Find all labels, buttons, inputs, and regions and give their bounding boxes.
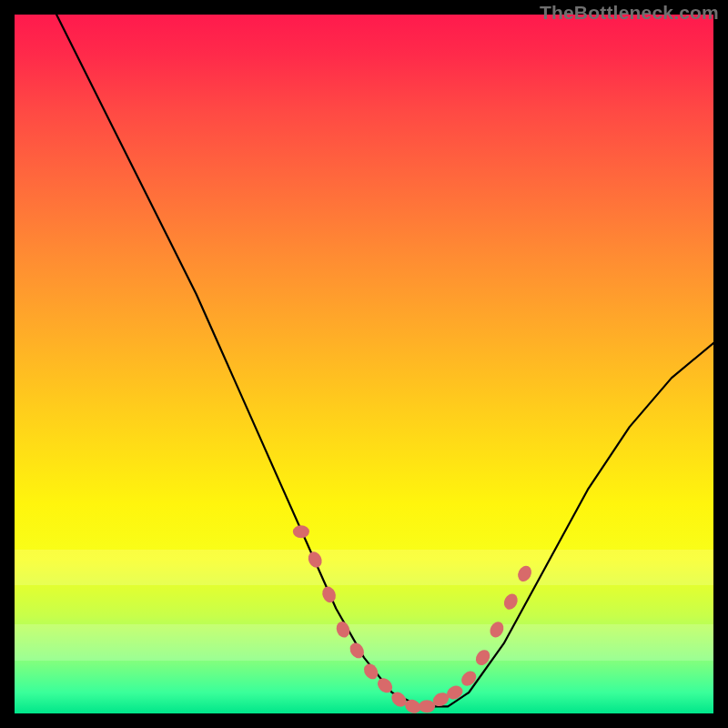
highlight-dot bbox=[361, 662, 381, 682]
highlight-dot bbox=[320, 584, 339, 604]
bottleneck-curve-path bbox=[56, 15, 713, 706]
highlight-dot bbox=[459, 668, 480, 689]
highlight-dot bbox=[334, 620, 352, 640]
chart-svg bbox=[15, 15, 713, 713]
chart-frame: TheBottleneck.com bbox=[0, 0, 728, 728]
highlight-dots-group bbox=[293, 525, 534, 713]
highlight-dot bbox=[501, 592, 521, 612]
highlight-dot bbox=[488, 620, 507, 640]
highlight-dot bbox=[419, 700, 435, 713]
highlight-dot bbox=[293, 525, 309, 538]
watermark-text: TheBottleneck.com bbox=[540, 2, 719, 24]
highlight-dot bbox=[515, 563, 534, 583]
chart-plot-area bbox=[15, 15, 713, 713]
highlight-dot bbox=[306, 550, 325, 570]
